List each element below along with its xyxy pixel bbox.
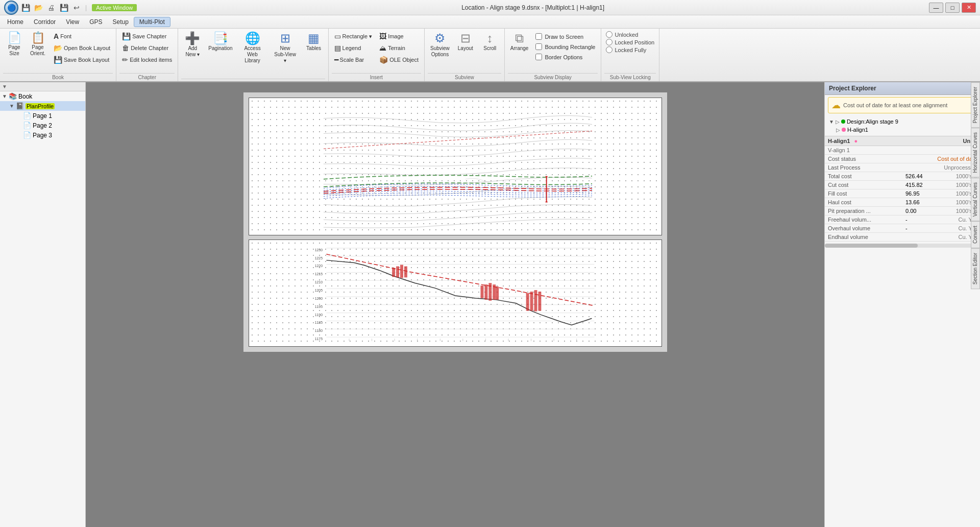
page1-label: Page 1 — [33, 112, 52, 119]
layout-button[interactable]: ⊟ Layout — [454, 31, 477, 53]
terrain-button[interactable]: ⛰ Terrain — [377, 42, 421, 54]
warning-bar: ☁ Cost out of date for at least one alig… — [828, 97, 977, 113]
menu-multiplot[interactable]: Multi-Plot — [134, 17, 170, 27]
subview-options-button[interactable]: ⚙ SubviewOptions — [428, 31, 452, 59]
svg-rect-33 — [484, 284, 487, 300]
exp-item-design[interactable]: ▼ ▷ Design:Align stage 9 — [827, 117, 978, 126]
new-sub-view-icon: ⊞ — [280, 32, 290, 44]
profile-frame[interactable]: 1230 1225 1220 1215 1210 1205 1200 1195 … — [249, 239, 662, 347]
minimize-button[interactable]: — — [929, 3, 943, 13]
scale-bar-button[interactable]: ━ Scale Bar — [332, 54, 375, 65]
vtab-horizontal-curves[interactable]: Horizontal Curves — [971, 128, 980, 177]
edit-locked-items-button[interactable]: ✏ Edit locked items — [119, 54, 175, 65]
qa-save[interactable]: 💾 — [20, 2, 31, 13]
border-options-button[interactable]: Border Options — [533, 52, 598, 62]
page2-label: Page 2 — [33, 122, 52, 129]
rectangle-label: Rectangle ▾ — [342, 33, 373, 40]
qa-undo[interactable]: ↩ — [71, 2, 82, 13]
font-button[interactable]: A Font — [51, 31, 113, 42]
arrange-button[interactable]: ⧉ Arrange — [508, 31, 531, 53]
canvas-wrapper[interactable]: 1230 1225 1220 1215 1210 1205 1200 1195 … — [86, 82, 824, 527]
new-sub-view-label: NewSub-View ▾ — [273, 45, 298, 64]
prop-label-total-cost: Total cost — [825, 172, 902, 181]
menu-gps[interactable]: GPS — [84, 17, 107, 27]
open-book-layout-label: Open Book Layout — [64, 45, 110, 51]
subview-options-label: SubviewOptions — [430, 45, 450, 58]
tree-item-planprofile[interactable]: ▼ 📓 PlanProfile — [0, 101, 85, 111]
unlocked-row[interactable]: Unlocked — [604, 31, 656, 38]
qa-save2[interactable]: 💾 — [58, 2, 69, 13]
open-book-layout-button[interactable]: 📂 Open Book Layout — [51, 42, 113, 54]
close-button[interactable]: ✕ — [962, 3, 976, 13]
pagination-button[interactable]: 📑 Pagination — [206, 31, 235, 53]
save-book-layout-button[interactable]: 💾 Save Book Layout — [51, 54, 113, 65]
access-web-library-button[interactable]: 🌐 Access WebLibrary — [237, 31, 268, 65]
svg-rect-36 — [496, 286, 499, 300]
scroll-button[interactable]: ↕ Scroll — [479, 31, 501, 53]
legend-button[interactable]: ▤ Legend — [332, 42, 375, 54]
props-header: H-align1 ● Units — [825, 136, 980, 146]
draw-to-screen-label: Draw to Screen — [545, 34, 583, 40]
image-button[interactable]: 🖼 Image — [377, 31, 421, 42]
locked-position-row[interactable]: Locked Position — [604, 38, 656, 46]
plan-drawing — [249, 98, 662, 235]
menu-corridor[interactable]: Corridor — [29, 17, 61, 27]
prop-val-total-cost: 526.44 — [902, 172, 938, 181]
tree-item-page3[interactable]: 📄 Page 3 — [0, 130, 85, 140]
rectangle-button[interactable]: ▭ Rectangle ▾ — [332, 31, 375, 42]
image-icon: 🖼 — [379, 32, 386, 40]
tables-button[interactable]: ▦ Tables — [303, 31, 325, 53]
legend-icon: ▤ — [334, 44, 341, 52]
save-chapter-icon: 💾 — [122, 32, 131, 40]
svg-text:1205: 1205 — [314, 289, 323, 292]
design-expand2: ▷ — [836, 119, 840, 125]
vtab-vertical-curves[interactable]: Vertical Curves — [971, 178, 980, 221]
ole-object-button[interactable]: 📦 OLE Object — [377, 54, 421, 65]
prop-val-freehaul: - — [902, 215, 938, 224]
tree-item-page2[interactable]: 📄 Page 2 — [0, 121, 85, 130]
new-sub-view-button[interactable]: ⊞ NewSub-View ▾ — [270, 31, 301, 65]
ribbon-group-chapter: 💾 Save Chapter 🗑 Delete Chapter ✏ Edit l… — [116, 29, 178, 81]
unlocked-radio[interactable] — [606, 31, 612, 38]
exp-item-halign1[interactable]: ▷ H-align1 — [834, 126, 978, 134]
save-book-layout-label: Save Book Layout — [64, 57, 109, 63]
border-options-check[interactable] — [535, 54, 542, 60]
book-group-label: Book — [3, 73, 113, 81]
qa-open[interactable]: 📂 — [33, 2, 44, 13]
menu-home[interactable]: Home — [2, 17, 29, 27]
page-size-button[interactable]: 📄 PageSize — [3, 31, 26, 58]
tables-icon: ▦ — [308, 32, 320, 44]
font-icon: A — [54, 32, 59, 40]
save-chapter-button[interactable]: 💾 Save Chapter — [119, 31, 175, 42]
props-scrollbar[interactable] — [825, 244, 980, 248]
vtab-section-editor[interactable]: Section Editor — [971, 248, 980, 289]
restore-button[interactable]: □ — [945, 3, 960, 13]
menu-setup[interactable]: Setup — [108, 17, 134, 27]
locked-position-radio[interactable] — [606, 39, 612, 45]
planprofile-expand-icon: ▼ — [9, 103, 14, 109]
draw-to-screen-button[interactable]: Draw to Screen — [533, 32, 598, 41]
tree-item-book[interactable]: ▼ 📚 Book — [0, 91, 85, 101]
plan-frame[interactable] — [249, 98, 662, 235]
locked-fully-radio[interactable] — [606, 46, 612, 53]
delete-chapter-button[interactable]: 🗑 Delete Chapter — [119, 42, 175, 54]
page-orientation-button[interactable]: 📋 PageOrient. — [27, 31, 49, 58]
design-label: Design:Align stage 9 — [847, 118, 898, 125]
vtab-project-explorer[interactable]: Project Explorer — [971, 82, 980, 128]
ribbon-group-insert-main: ➕ AddNew ▾ 📑 Pagination 🌐 Access WebLibr… — [178, 29, 328, 81]
profile-drawing: 1230 1225 1220 1215 1210 1205 1200 1195 … — [249, 240, 662, 346]
prop-label-cost-status: Cost status — [825, 155, 902, 163]
add-new-button[interactable]: ➕ AddNew ▾ — [181, 31, 204, 59]
svg-rect-34 — [488, 283, 492, 301]
bounding-rectangle-button[interactable]: Bounding Rectangle — [533, 42, 598, 52]
bounding-rectangle-check[interactable] — [535, 43, 542, 50]
page-orientation-label: PageOrient. — [30, 44, 45, 57]
tree-collapse-all[interactable]: ▼ — [2, 84, 7, 89]
halign1-dot — [842, 128, 846, 132]
locked-fully-row[interactable]: Locked Fully — [604, 46, 656, 54]
qa-print[interactable]: 🖨 — [45, 2, 57, 13]
draw-to-screen-check[interactable] — [535, 33, 542, 40]
tree-item-page1[interactable]: 📄 Page 1 — [0, 111, 85, 121]
menu-view[interactable]: View — [61, 17, 84, 27]
vtab-convert[interactable]: Convert — [971, 221, 980, 248]
